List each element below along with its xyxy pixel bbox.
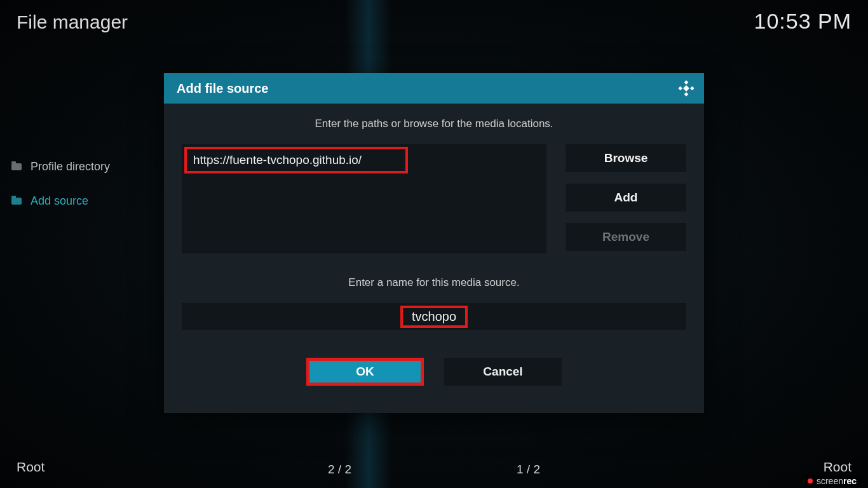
- source-name-value: tvchopo: [400, 306, 468, 328]
- sidebar-item-label: Profile directory: [31, 160, 110, 173]
- record-dot-icon: [808, 478, 813, 484]
- svg-rect-4: [683, 85, 689, 92]
- svg-rect-3: [684, 92, 689, 97]
- svg-rect-0: [684, 80, 689, 85]
- add-button[interactable]: Add: [566, 184, 686, 212]
- paths-list[interactable]: https://fuente-tvchopo.github.io/: [182, 144, 546, 254]
- folder-icon: [11, 198, 22, 205]
- ok-button[interactable]: OK: [306, 358, 424, 386]
- footer-root-right: Root: [824, 459, 851, 475]
- cancel-button[interactable]: Cancel: [444, 358, 562, 386]
- paths-instruction: Enter the paths or browse for the media …: [164, 118, 704, 130]
- footer-root-left: Root: [17, 459, 44, 475]
- folder-icon: [11, 163, 22, 170]
- dialog-title: Add file source: [177, 81, 268, 96]
- browse-button[interactable]: Browse: [566, 144, 686, 172]
- screenrec-watermark: screenrec: [804, 475, 860, 487]
- path-input-value[interactable]: https://fuente-tvchopo.github.io/: [184, 147, 408, 173]
- source-name-input[interactable]: tvchopo: [182, 303, 686, 330]
- sidebar-item-label: Add source: [31, 194, 88, 208]
- clock: 10:53 PM: [754, 9, 851, 34]
- kodi-logo-icon: [677, 79, 695, 97]
- name-instruction: Enter a name for this media source.: [164, 276, 704, 289]
- svg-rect-1: [678, 86, 682, 91]
- dialog-header: Add file source: [164, 73, 704, 104]
- sidebar-item-add-source[interactable]: Add source: [11, 191, 158, 211]
- svg-rect-2: [690, 86, 695, 91]
- sidebar-item-profile-directory[interactable]: Profile directory: [11, 156, 158, 177]
- sidebar: Profile directory Add source: [11, 156, 158, 225]
- footer-bar: Root Root: [0, 458, 868, 477]
- remove-button: Remove: [566, 223, 686, 251]
- add-file-source-dialog: Add file source Enter the paths or brows…: [164, 73, 704, 413]
- page-title: File manager: [17, 11, 128, 33]
